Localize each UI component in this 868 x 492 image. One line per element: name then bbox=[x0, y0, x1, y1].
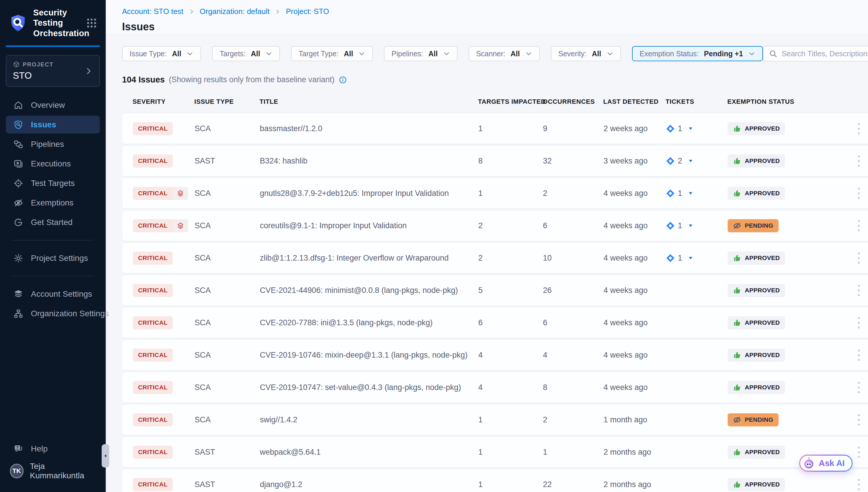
row-menu-button[interactable] bbox=[856, 380, 862, 395]
info-icon[interactable] bbox=[339, 76, 347, 84]
sidebar-item-overview[interactable]: Overview bbox=[6, 96, 100, 114]
eye-off-icon bbox=[733, 416, 741, 424]
exemption-status-label: APPROVED bbox=[745, 481, 780, 488]
severity-badge: CRITICAL bbox=[133, 219, 188, 232]
table-row[interactable]: CRITICALSCACVE-2019-10746: mixin-deep@1.… bbox=[122, 340, 868, 370]
table-row[interactable]: CRITICALSASTdjango@1.21222 months agoAPP… bbox=[122, 469, 868, 492]
filter-target-type[interactable]: Target Type: All bbox=[291, 46, 373, 61]
row-menu-button[interactable] bbox=[856, 186, 862, 201]
exemption-status-label: APPROVED bbox=[745, 287, 780, 294]
row-menu-button[interactable] bbox=[856, 121, 862, 136]
ticket-caret-button[interactable] bbox=[687, 222, 694, 229]
sidebar-item-help[interactable]: ? Help bbox=[6, 440, 100, 458]
severity-cell: CRITICAL bbox=[133, 349, 194, 362]
table-row[interactable]: CRITICALSASTB324: hashlib8323 weeks ago2… bbox=[122, 145, 868, 176]
issue-type: SCA bbox=[194, 286, 260, 295]
occurrences: 6 bbox=[543, 221, 604, 230]
filter-targets[interactable]: Targets: All bbox=[212, 46, 280, 61]
sidebar-item-account-settings[interactable]: Account Settings bbox=[6, 285, 100, 303]
exemption-status-badge: APPROVED bbox=[728, 381, 785, 394]
table-row[interactable]: CRITICALSCAzlib@1:1.2.13.dfsg-1: Integer… bbox=[122, 243, 868, 273]
filter-issue-type[interactable]: Issue Type: All bbox=[122, 46, 201, 61]
issues-count-note: (Showing results only from the baseline … bbox=[169, 75, 335, 84]
divider bbox=[12, 276, 94, 276]
table-row[interactable]: CRITICALSCACVE-2021-44906: minimist@0.0.… bbox=[122, 275, 868, 306]
filter-scanner[interactable]: Scanner: All bbox=[469, 46, 540, 61]
table-row[interactable]: CRITICALSCAgnutls28@3.7.9-2+deb12u5: Imp… bbox=[122, 178, 868, 209]
row-menu-button[interactable] bbox=[856, 445, 862, 460]
severity-label: CRITICAL bbox=[133, 187, 173, 200]
sidebar-item-get-started[interactable]: Get Started bbox=[6, 213, 100, 231]
row-actions-cell bbox=[824, 251, 868, 266]
ask-ai-button[interactable]: Ask AI bbox=[799, 455, 852, 472]
table-row[interactable]: CRITICALSCAbassmaster//1.2.0192 weeks ag… bbox=[122, 113, 868, 144]
sidebar-item-test-targets[interactable]: Test Targets bbox=[6, 174, 100, 192]
user-menu[interactable]: TK Teja Kummarikuntla bbox=[6, 461, 100, 482]
targets-impacted: 8 bbox=[478, 156, 543, 166]
table-row[interactable]: CRITICALSCACVE-2020-7788: ini@1.3.5 (lan… bbox=[122, 307, 868, 338]
layers-red-icon bbox=[177, 222, 184, 230]
filter-label: Scanner: bbox=[476, 50, 505, 58]
sidebar-item-pipelines[interactable]: Pipelines bbox=[6, 135, 100, 153]
sidebar-item-organization-settings[interactable]: Organization Settings bbox=[6, 304, 100, 322]
issue-type: SCA bbox=[194, 383, 260, 392]
thumb-up-icon bbox=[733, 351, 741, 360]
exemption-status-cell: PENDING bbox=[728, 219, 824, 232]
org-chart-gear-icon bbox=[14, 309, 23, 319]
sidebar-item-exemptions[interactable]: Exemptions bbox=[6, 194, 100, 212]
issue-title: B324: hashlib bbox=[260, 156, 478, 166]
issue-title: coreutils@9.1-1: Improper Input Validati… bbox=[260, 221, 478, 230]
last-detected: 4 weeks ago bbox=[604, 318, 666, 327]
filter-exemption-status[interactable]: Exemption Status: Pending +1 bbox=[632, 46, 763, 61]
table-row[interactable]: CRITICALSCAswig//1.4.2121 month agoPENDI… bbox=[122, 404, 868, 435]
severity-cell: CRITICAL bbox=[133, 284, 194, 297]
module-grid-icon[interactable] bbox=[86, 16, 98, 30]
exemption-status-label: PENDING bbox=[745, 222, 773, 229]
sidebar-item-executions[interactable]: Executions bbox=[6, 155, 100, 173]
page-title: Issues bbox=[122, 21, 868, 33]
search-box[interactable] bbox=[763, 46, 868, 62]
row-actions-cell bbox=[824, 154, 868, 169]
sidebar-item-issues[interactable]: Issues bbox=[6, 116, 100, 133]
occurrences: 2 bbox=[543, 189, 604, 198]
exemption-status-cell: APPROVED bbox=[728, 122, 824, 135]
filter-value: All bbox=[510, 50, 520, 58]
severity-label: CRITICAL bbox=[133, 413, 173, 426]
filter-severity[interactable]: Severity: All bbox=[551, 46, 621, 61]
column-header: ISSUE TYPE bbox=[194, 98, 260, 105]
breadcrumb-link[interactable]: Project: STO bbox=[286, 7, 329, 16]
row-menu-button[interactable] bbox=[856, 477, 862, 492]
row-menu-button[interactable] bbox=[856, 348, 862, 363]
row-menu-button[interactable] bbox=[856, 315, 862, 330]
breadcrumb-link[interactable]: Account: STO test bbox=[122, 7, 184, 16]
table-row[interactable]: CRITICALSCAcoreutils@9.1-1: Improper Inp… bbox=[122, 210, 868, 241]
row-menu-button[interactable] bbox=[856, 218, 862, 233]
jira-ticket-icon bbox=[666, 156, 675, 166]
row-menu-button[interactable] bbox=[856, 251, 862, 266]
row-menu-button[interactable] bbox=[856, 283, 862, 298]
sidebar-item-label: Help bbox=[31, 444, 48, 453]
ticket-caret-button[interactable] bbox=[687, 125, 694, 132]
ticket-caret-button[interactable] bbox=[687, 158, 694, 164]
severity-cell: CRITICAL bbox=[133, 219, 194, 232]
last-detected: 1 month ago bbox=[604, 415, 666, 424]
exemption-status-badge: APPROVED bbox=[728, 446, 785, 459]
table-row[interactable]: CRITICALSASTwebpack@5.64.1112 months ago… bbox=[122, 437, 868, 468]
table-row[interactable]: CRITICALSCACVE-2019-10747: set-value@0.4… bbox=[122, 372, 868, 403]
sidebar-item-project-settings[interactable]: Project Settings bbox=[6, 249, 100, 267]
severity-cell: CRITICAL bbox=[133, 413, 194, 426]
project-selector[interactable]: PROJECT STO bbox=[6, 55, 100, 87]
ticket-caret-button[interactable] bbox=[687, 190, 694, 196]
row-menu-button[interactable] bbox=[856, 413, 862, 427]
search-input[interactable] bbox=[782, 49, 868, 58]
breadcrumb-link[interactable]: Organization: default bbox=[200, 7, 270, 16]
filter-value: All bbox=[251, 50, 260, 58]
issues-table: CRITICALSCAbassmaster//1.2.0192 weeks ag… bbox=[122, 113, 868, 492]
sidebar-collapse-handle[interactable] bbox=[102, 444, 109, 468]
tickets-cell: 1 bbox=[666, 221, 728, 230]
row-menu-button[interactable] bbox=[856, 154, 862, 169]
severity-label: CRITICAL bbox=[133, 219, 173, 232]
svg-text:?: ? bbox=[16, 445, 19, 449]
ticket-caret-button[interactable] bbox=[687, 255, 694, 261]
filter-pipelines[interactable]: Pipelines: All bbox=[384, 46, 457, 61]
